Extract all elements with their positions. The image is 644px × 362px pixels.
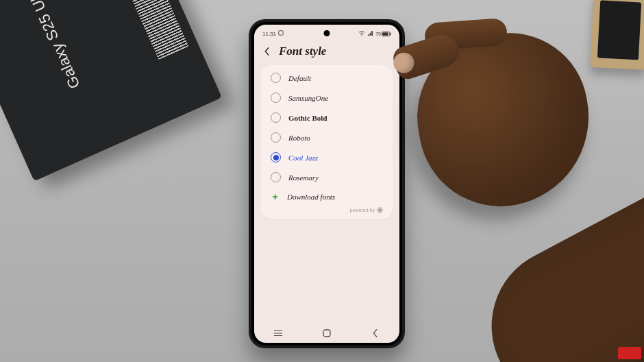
download-fonts-button[interactable]: + Download fonts: [261, 187, 393, 206]
phone-screen: 11:31 79: [254, 25, 399, 343]
font-option-rosemary[interactable]: Rosemary: [261, 167, 393, 187]
svg-rect-8: [323, 330, 330, 337]
signal-icon: [367, 31, 373, 36]
font-option-default[interactable]: Default: [261, 68, 393, 88]
product-box-brand: Galaxy S25 Ultra: [20, 0, 84, 91]
scene-background: Galaxy S25 Ultra 11:31: [0, 0, 644, 362]
provider-icon: P: [377, 207, 383, 213]
font-option-label: Rosemary: [288, 173, 319, 182]
radio-icon: [271, 73, 281, 83]
font-option-label: Gothic Bold: [288, 114, 327, 122]
radio-icon-checked: [271, 152, 281, 162]
battery-icon: 79: [375, 32, 391, 36]
radio-icon: [271, 172, 281, 182]
font-options-panel: Default SamsungOne Gothic Bold Roboto Co…: [261, 65, 393, 219]
font-option-label: SamsungOne: [288, 94, 328, 102]
battery-percent: 79: [375, 32, 381, 36]
svg-rect-0: [279, 31, 283, 35]
camera-hole: [324, 30, 330, 36]
page-title: Font style: [279, 45, 326, 58]
radio-icon: [271, 132, 281, 143]
font-option-cool-jazz[interactable]: Cool Jazz: [261, 147, 393, 167]
wood-block-object: [590, 0, 644, 70]
radio-icon: [271, 93, 281, 103]
page-header: Font style: [254, 40, 399, 65]
back-button[interactable]: [262, 47, 272, 56]
barcode: [111, 0, 188, 60]
font-option-samsungone[interactable]: SamsungOne: [261, 88, 393, 108]
font-option-label: Roboto: [288, 134, 310, 142]
svg-rect-4: [390, 32, 391, 35]
nav-back-button[interactable]: [362, 326, 389, 340]
product-box: Galaxy S25 Ultra: [0, 0, 222, 181]
font-option-roboto[interactable]: Roboto: [261, 128, 393, 147]
download-fonts-label: Download fonts: [287, 193, 335, 201]
plus-icon: +: [271, 192, 280, 201]
notification-icon: [278, 30, 284, 37]
radio-icon: [271, 112, 281, 123]
wifi-icon: [358, 31, 365, 36]
bottom-right-tag: [618, 347, 641, 359]
svg-point-1: [362, 35, 362, 36]
home-button[interactable]: [313, 326, 340, 340]
font-option-gothic-bold[interactable]: Gothic Bold: [261, 108, 393, 128]
font-option-label: Default: [288, 74, 311, 82]
status-time: 11:31: [262, 31, 276, 37]
font-option-label: Cool Jazz: [288, 154, 318, 162]
recents-button[interactable]: [264, 326, 292, 340]
svg-rect-3: [382, 32, 388, 35]
phone-device: 11:31 79: [249, 19, 405, 348]
powered-by-label: powered by P: [261, 206, 393, 215]
android-navbar: [254, 324, 399, 343]
